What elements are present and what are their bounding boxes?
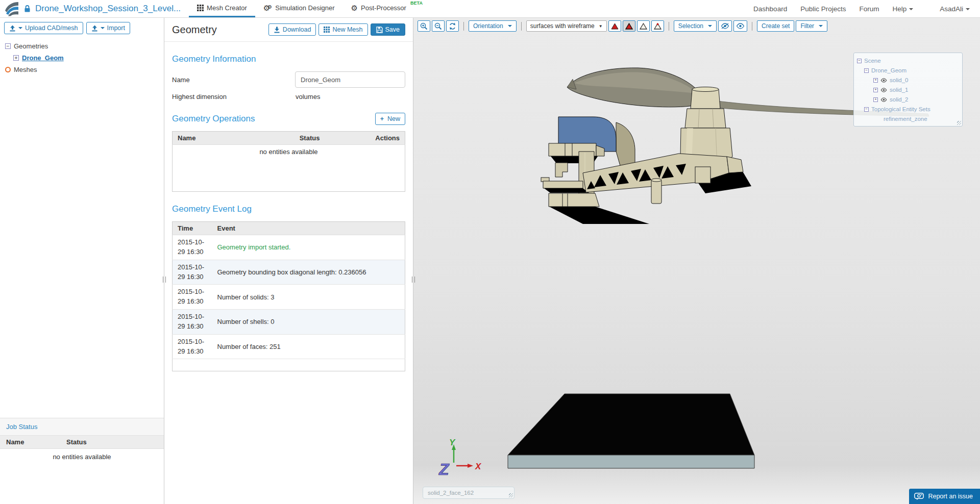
upload-icon	[91, 25, 98, 32]
nav-link-public-projects[interactable]: Public Projects	[800, 5, 846, 13]
log-event: Number of solids: 3	[212, 285, 405, 310]
user-menu[interactable]: AsadAli	[940, 5, 970, 13]
zoom-out-button[interactable]	[432, 20, 445, 32]
scene-tree-solid-2[interactable]: + solid_2	[857, 96, 959, 103]
refresh-view-button[interactable]	[446, 20, 459, 32]
nav-link-forum[interactable]: Forum	[859, 5, 879, 13]
name-label: Name	[172, 76, 295, 84]
help-menu[interactable]: Help	[892, 5, 913, 13]
geometry-panel: Geometry Download	[164, 18, 413, 504]
upload-cad-mesh-button[interactable]: Upload CAD/mesh	[4, 22, 83, 34]
hide-selected-button[interactable]	[718, 20, 732, 32]
axis-z-label: Z	[438, 460, 450, 478]
navbar-left: Drone_Workshop_Session_3_Level...	[0, 0, 181, 17]
viewport-toolbar: Orientation surfaces with wireframe▼	[418, 20, 827, 32]
grid-icon	[324, 27, 330, 33]
top-navbar: Drone_Workshop_Session_3_Level... Mesh C…	[0, 0, 980, 18]
caret-down-icon	[101, 27, 105, 29]
filled-triangle-icon	[611, 23, 619, 30]
plus-icon	[380, 115, 385, 122]
collapse-icon[interactable]: −	[5, 43, 11, 49]
expand-icon[interactable]: +	[873, 97, 878, 102]
hovered-entity-label: solid_2_face_162	[423, 487, 514, 499]
collapse-icon[interactable]: −	[857, 59, 862, 63]
viewport-3d[interactable]: Y X Z	[413, 18, 980, 504]
orientation-button[interactable]: Orientation	[469, 20, 517, 32]
app-body: Upload CAD/mesh Import − Geometries +	[0, 18, 980, 504]
render-wireframe-button[interactable]	[637, 20, 650, 32]
collapse-icon[interactable]: −	[864, 107, 869, 112]
caret-down-icon	[18, 27, 22, 29]
eye-icon[interactable]	[880, 88, 887, 92]
render-points-button[interactable]	[651, 20, 664, 32]
report-issue-button[interactable]: Report an issue	[909, 489, 980, 504]
toolbar-divider	[463, 22, 464, 31]
beta-badge: BETA	[410, 1, 423, 6]
axis-y-label: Y	[449, 438, 456, 447]
save-button[interactable]: Save	[371, 23, 406, 36]
tab-label: Post-Processor	[361, 4, 406, 12]
render-mode-select[interactable]: surfaces with wireframe▼	[526, 20, 607, 32]
scene-tree-refinement-zone[interactable]: refinement_zone	[857, 115, 959, 122]
tab-label: Mesh Creator	[207, 4, 247, 12]
shadow	[549, 207, 649, 224]
geometry-name-input[interactable]	[295, 71, 405, 88]
operations-table: Name Status Actions no entities availabl…	[172, 131, 405, 192]
expand-icon[interactable]: +	[13, 55, 19, 61]
tree-item-geometries[interactable]: − Geometries	[5, 42, 164, 50]
scene-tree-geometry[interactable]: − Drone_Geom	[857, 67, 959, 74]
collapse-icon[interactable]: −	[864, 68, 869, 73]
log-row: 2015-10-29 16:30 Geometry bounding box d…	[173, 260, 405, 285]
app-logo-icon[interactable]	[4, 1, 19, 16]
nav-link-dashboard[interactable]: Dashboard	[753, 5, 787, 13]
geometry-event-log-heading: Geometry Event Log	[172, 204, 405, 214]
geometry-panel-header: Geometry Download	[164, 18, 413, 42]
sidebar-resize-grip[interactable]	[163, 276, 166, 283]
tree-item-meshes[interactable]: Meshes	[5, 66, 164, 73]
eye-icon[interactable]	[880, 97, 887, 102]
import-button[interactable]: Import	[86, 22, 130, 34]
lock-icon	[24, 5, 31, 13]
scene-tree-root[interactable]: − Scene	[857, 57, 959, 64]
filled-triangle-outline-icon	[625, 23, 633, 30]
scene-tree-solid-1[interactable]: + solid_1	[857, 86, 959, 93]
log-event: Geometry bounding box diagonal length: 0…	[212, 260, 405, 285]
expand-icon[interactable]: +	[873, 78, 878, 83]
main-panel-resize-grip[interactable]	[412, 276, 415, 283]
scene-tree-entity-sets[interactable]: − Topological Entity Sets	[857, 106, 959, 113]
tab-post-processor[interactable]: ⚙ Post-Processor BETA	[343, 0, 424, 17]
log-col-event: Event	[212, 222, 405, 235]
expand-icon[interactable]: +	[873, 88, 878, 92]
eye-icon[interactable]	[880, 78, 887, 83]
filter-button[interactable]: Filter	[796, 20, 827, 32]
render-surfaces-button[interactable]	[608, 20, 621, 32]
project-title[interactable]: Drone_Workshop_Session_3_Level...	[35, 4, 181, 14]
log-time: 2015-10-29 16:30	[173, 235, 212, 260]
gears-icon: ⚙⚙	[263, 4, 272, 12]
ops-col-name: Name	[173, 132, 265, 145]
ground-plane	[508, 394, 754, 468]
log-row: 2015-10-29 16:30 Number of faces: 251	[173, 334, 405, 359]
zoom-in-button[interactable]	[418, 20, 430, 32]
label-resize-grip[interactable]	[509, 493, 513, 497]
tree-item-drone-geom[interactable]: + Drone_Geom	[5, 54, 164, 62]
job-col-status: Status	[66, 438, 87, 446]
scene-tree-solid-0[interactable]: + solid_0	[857, 77, 959, 84]
panel-resize-grip[interactable]	[957, 121, 961, 125]
download-button[interactable]: Download	[268, 23, 316, 36]
tab-simulation-designer[interactable]: ⚙⚙ Simulation Designer	[255, 0, 343, 17]
selection-button[interactable]: Selection	[674, 20, 717, 32]
tab-mesh-creator[interactable]: Mesh Creator	[189, 0, 255, 17]
new-operation-button[interactable]: New	[375, 113, 405, 125]
sidebar-buttons: Upload CAD/mesh Import	[0, 18, 164, 34]
workbench-tabs: Mesh Creator ⚙⚙ Simulation Designer ⚙ Po…	[189, 0, 424, 17]
log-event: Number of faces: 251	[212, 334, 405, 359]
render-surfaces-wireframe-button[interactable]	[623, 20, 635, 32]
job-status-header-row: Name Status	[0, 436, 164, 449]
log-event: Number of shells: 0	[212, 310, 405, 335]
log-event: Geometry import started.	[212, 235, 405, 260]
log-time: 2015-10-29 16:30	[173, 285, 212, 310]
create-set-button[interactable]: Create set	[757, 20, 794, 32]
new-mesh-button[interactable]: New Mesh	[318, 23, 368, 36]
show-selected-button[interactable]	[733, 20, 747, 32]
